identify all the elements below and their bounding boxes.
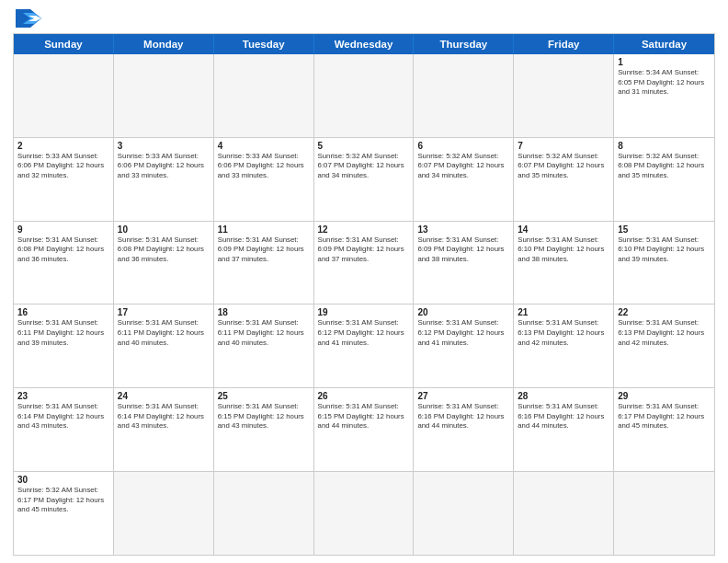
calendar-header-cell: Tuesday <box>214 34 314 54</box>
day-info: Sunrise: 5:31 AM Sunset: 6:13 PM Dayligh… <box>518 318 609 348</box>
calendar-cell: 20Sunrise: 5:31 AM Sunset: 6:12 PM Dayli… <box>414 304 514 387</box>
calendar-cell: 26Sunrise: 5:31 AM Sunset: 6:15 PM Dayli… <box>314 388 415 471</box>
day-info: Sunrise: 5:32 AM Sunset: 6:07 PM Dayligh… <box>518 152 609 181</box>
day-number: 17 <box>118 307 210 317</box>
calendar-cell: 6Sunrise: 5:32 AM Sunset: 6:07 PM Daylig… <box>414 138 514 221</box>
calendar-cell: 25Sunrise: 5:31 AM Sunset: 6:15 PM Dayli… <box>214 388 314 471</box>
day-number: 29 <box>618 391 711 401</box>
day-number: 28 <box>518 391 609 401</box>
calendar-week-row: 2Sunrise: 5:33 AM Sunset: 6:06 PM Daylig… <box>14 137 714 221</box>
calendar-body: 1Sunrise: 5:34 AM Sunset: 6:05 PM Daylig… <box>14 54 714 555</box>
calendar-cell: 19Sunrise: 5:31 AM Sunset: 6:12 PM Dayli… <box>314 304 415 387</box>
logo <box>13 9 41 28</box>
calendar: SundayMondayTuesdayWednesdayThursdayFrid… <box>13 33 715 556</box>
day-info: Sunrise: 5:31 AM Sunset: 6:08 PM Dayligh… <box>17 236 109 265</box>
calendar-header-cell: Saturday <box>614 34 714 54</box>
calendar-cell <box>514 54 614 137</box>
day-info: Sunrise: 5:31 AM Sunset: 6:09 PM Dayligh… <box>417 236 509 265</box>
day-info: Sunrise: 5:32 AM Sunset: 6:07 PM Dayligh… <box>417 152 509 181</box>
day-info: Sunrise: 5:31 AM Sunset: 6:11 PM Dayligh… <box>118 318 210 348</box>
calendar-header-cell: Thursday <box>414 34 514 54</box>
day-info: Sunrise: 5:31 AM Sunset: 6:16 PM Dayligh… <box>518 402 609 431</box>
calendar-cell <box>514 472 614 555</box>
calendar-cell <box>214 472 314 555</box>
day-info: Sunrise: 5:33 AM Sunset: 6:06 PM Dayligh… <box>218 152 310 181</box>
calendar-cell: 11Sunrise: 5:31 AM Sunset: 6:09 PM Dayli… <box>214 222 314 304</box>
calendar-week-row: 16Sunrise: 5:31 AM Sunset: 6:11 PM Dayli… <box>14 304 714 387</box>
calendar-cell: 15Sunrise: 5:31 AM Sunset: 6:10 PM Dayli… <box>614 222 714 304</box>
calendar-cell: 13Sunrise: 5:31 AM Sunset: 6:09 PM Dayli… <box>414 222 514 304</box>
day-info: Sunrise: 5:33 AM Sunset: 6:06 PM Dayligh… <box>17 152 109 181</box>
day-info: Sunrise: 5:31 AM Sunset: 6:10 PM Dayligh… <box>618 236 711 265</box>
day-number: 3 <box>118 141 210 151</box>
day-number: 12 <box>318 224 410 235</box>
day-number: 5 <box>318 141 410 151</box>
calendar-cell: 9Sunrise: 5:31 AM Sunset: 6:08 PM Daylig… <box>14 222 114 304</box>
calendar-cell <box>114 54 214 137</box>
day-number: 4 <box>218 141 310 151</box>
calendar-cell <box>414 472 514 555</box>
day-number: 11 <box>218 224 310 235</box>
calendar-cell: 29Sunrise: 5:31 AM Sunset: 6:17 PM Dayli… <box>614 388 714 471</box>
calendar-cell <box>14 54 114 137</box>
day-number: 27 <box>417 391 509 401</box>
calendar-cell: 30Sunrise: 5:32 AM Sunset: 6:17 PM Dayli… <box>14 472 114 555</box>
calendar-cell: 23Sunrise: 5:31 AM Sunset: 6:14 PM Dayli… <box>14 388 114 471</box>
day-info: Sunrise: 5:31 AM Sunset: 6:11 PM Dayligh… <box>17 318 109 348</box>
calendar-week-row: 9Sunrise: 5:31 AM Sunset: 6:08 PM Daylig… <box>14 221 714 304</box>
calendar-cell: 7Sunrise: 5:32 AM Sunset: 6:07 PM Daylig… <box>514 138 614 221</box>
day-info: Sunrise: 5:32 AM Sunset: 6:07 PM Dayligh… <box>318 152 410 181</box>
calendar-cell <box>314 54 415 137</box>
calendar-cell: 14Sunrise: 5:31 AM Sunset: 6:10 PM Dayli… <box>514 222 614 304</box>
calendar-cell: 27Sunrise: 5:31 AM Sunset: 6:16 PM Dayli… <box>414 388 514 471</box>
day-info: Sunrise: 5:31 AM Sunset: 6:08 PM Dayligh… <box>118 236 210 265</box>
calendar-cell: 22Sunrise: 5:31 AM Sunset: 6:13 PM Dayli… <box>614 304 714 387</box>
calendar-cell <box>314 472 415 555</box>
day-number: 23 <box>17 391 109 401</box>
day-number: 7 <box>518 141 609 151</box>
calendar-cell: 17Sunrise: 5:31 AM Sunset: 6:11 PM Dayli… <box>114 304 214 387</box>
day-number: 2 <box>17 141 109 151</box>
calendar-cell: 4Sunrise: 5:33 AM Sunset: 6:06 PM Daylig… <box>214 138 314 221</box>
calendar-week-row: 1Sunrise: 5:34 AM Sunset: 6:05 PM Daylig… <box>14 54 714 137</box>
day-info: Sunrise: 5:31 AM Sunset: 6:09 PM Dayligh… <box>318 236 410 265</box>
day-number: 6 <box>417 141 509 151</box>
day-info: Sunrise: 5:31 AM Sunset: 6:09 PM Dayligh… <box>218 236 310 265</box>
calendar-cell <box>414 54 514 137</box>
day-number: 19 <box>318 307 410 317</box>
day-info: Sunrise: 5:31 AM Sunset: 6:16 PM Dayligh… <box>417 402 509 431</box>
day-number: 15 <box>618 224 711 235</box>
day-number: 20 <box>417 307 509 317</box>
calendar-header-cell: Friday <box>514 34 614 54</box>
day-number: 16 <box>17 307 109 317</box>
calendar-cell: 1Sunrise: 5:34 AM Sunset: 6:05 PM Daylig… <box>614 54 714 137</box>
day-info: Sunrise: 5:34 AM Sunset: 6:05 PM Dayligh… <box>618 68 711 98</box>
day-number: 13 <box>417 224 509 235</box>
day-number: 21 <box>518 307 609 317</box>
day-info: Sunrise: 5:31 AM Sunset: 6:13 PM Dayligh… <box>618 318 711 348</box>
day-number: 9 <box>17 224 109 235</box>
calendar-cell: 10Sunrise: 5:31 AM Sunset: 6:08 PM Dayli… <box>114 222 214 304</box>
page: SundayMondayTuesdayWednesdayThursdayFrid… <box>0 0 728 563</box>
calendar-cell <box>114 472 214 555</box>
day-number: 14 <box>518 224 609 235</box>
day-info: Sunrise: 5:31 AM Sunset: 6:11 PM Dayligh… <box>218 318 310 348</box>
calendar-cell: 2Sunrise: 5:33 AM Sunset: 6:06 PM Daylig… <box>14 138 114 221</box>
day-info: Sunrise: 5:31 AM Sunset: 6:12 PM Dayligh… <box>318 318 410 348</box>
calendar-cell: 18Sunrise: 5:31 AM Sunset: 6:11 PM Dayli… <box>214 304 314 387</box>
calendar-header-cell: Sunday <box>14 34 114 54</box>
calendar-header-cell: Monday <box>114 34 214 54</box>
day-info: Sunrise: 5:31 AM Sunset: 6:15 PM Dayligh… <box>318 402 410 431</box>
day-info: Sunrise: 5:33 AM Sunset: 6:06 PM Dayligh… <box>118 152 210 181</box>
day-number: 8 <box>618 141 711 151</box>
header <box>13 9 715 28</box>
day-info: Sunrise: 5:31 AM Sunset: 6:12 PM Dayligh… <box>417 318 509 348</box>
day-info: Sunrise: 5:31 AM Sunset: 6:10 PM Dayligh… <box>518 236 609 265</box>
day-info: Sunrise: 5:31 AM Sunset: 6:15 PM Dayligh… <box>218 402 310 431</box>
calendar-week-row: 23Sunrise: 5:31 AM Sunset: 6:14 PM Dayli… <box>14 387 714 471</box>
calendar-cell: 28Sunrise: 5:31 AM Sunset: 6:16 PM Dayli… <box>514 388 614 471</box>
day-number: 18 <box>218 307 310 317</box>
day-info: Sunrise: 5:31 AM Sunset: 6:17 PM Dayligh… <box>618 402 711 431</box>
calendar-cell: 8Sunrise: 5:32 AM Sunset: 6:08 PM Daylig… <box>614 138 714 221</box>
calendar-cell: 16Sunrise: 5:31 AM Sunset: 6:11 PM Dayli… <box>14 304 114 387</box>
